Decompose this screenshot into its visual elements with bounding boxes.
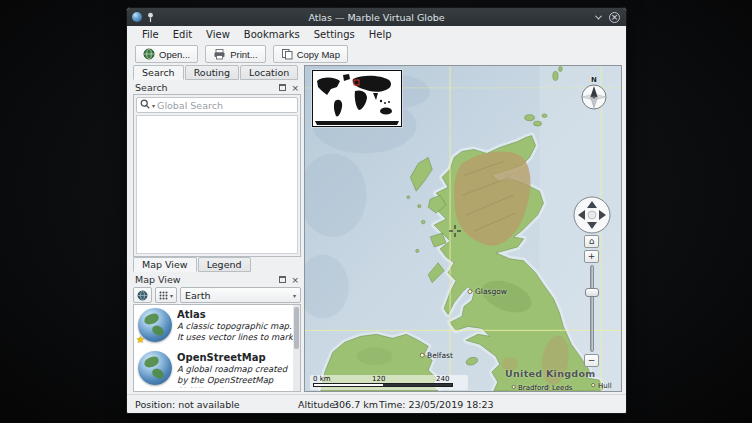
app-icon[interactable] [132,12,142,22]
theme-name: OpenStreetMap [177,351,296,364]
zoom-slider-track[interactable] [590,265,594,352]
home-button[interactable]: ⌂ [584,235,599,248]
theme-name: Atlas [177,308,296,321]
pin-icon[interactable] [146,12,155,23]
celestial-body-select[interactable]: Earth ▾ [180,287,301,303]
pan-control[interactable] [573,196,611,234]
crosshair-icon [449,225,461,237]
close-dock-icon[interactable]: × [291,84,299,92]
dropdown-arrow-icon: ▾ [170,292,173,299]
printer-icon [213,48,226,60]
side-panel: Search Routing Location Search × ▾ Map V… [133,65,301,392]
tab-search[interactable]: Search [133,65,184,80]
projection-button[interactable] [133,287,152,303]
search-input[interactable] [157,100,294,111]
search-options-arrow-icon[interactable]: ▾ [152,102,155,109]
panel-tabs: Search Routing Location [133,65,299,80]
grid-icon [159,291,168,300]
map-viewport: N ⌂ + − 0 km 120 240 [304,65,622,392]
zoom-in-button[interactable]: + [584,250,599,263]
map-view-dock-title: Map View [135,274,181,285]
menu-settings[interactable]: Settings [307,28,362,41]
status-position: Position: not available [135,399,240,410]
menu-edit[interactable]: Edit [166,28,199,41]
tab-routing[interactable]: Routing [185,65,239,80]
close-dock-icon[interactable]: × [291,276,299,284]
country-label-united-kingdom: United Kingdom [505,368,595,379]
close-button[interactable]: × [609,12,620,23]
search-results-list[interactable] [136,115,298,254]
scale-bar-segments [313,383,453,387]
status-time: Time: 23/05/2019 18:23 [379,399,494,410]
city-label-belfast: Belfast [427,351,453,360]
copy-icon [281,48,293,60]
theme-view-mode-button[interactable]: ▾ [155,287,177,303]
map-view-dock-header: Map View × [133,273,301,286]
bottom-panel-tabs: Map View Legend [133,257,252,272]
theme-description: A classic topographic map. It uses vecto… [177,321,296,343]
status-altitude-value: 306.7 km [333,399,378,410]
city-label-bradford: Bradford [518,384,548,392]
map-view-controls: ▾ Earth ▾ [133,286,301,304]
overview-world-map[interactable] [312,70,402,127]
chevron-down-icon [595,12,602,19]
menu-file[interactable]: File [135,28,166,41]
celestial-body-value: Earth [185,290,210,301]
dropdown-arrow-icon: ▾ [293,292,296,299]
status-bar: Position: not available Altitude: 306.7 … [127,394,626,413]
search-panel: ▾ [133,94,301,257]
menu-view[interactable]: View [199,28,237,41]
menubar: File Edit View Bookmarks Settings Help [127,26,626,43]
tab-legend[interactable]: Legend [198,257,251,272]
globe-file-icon [143,48,155,60]
titlebar[interactable]: Atlas — Marble Virtual Globe × [127,8,626,26]
map-scale-bar: 0 km 120 240 [310,375,468,390]
copy-map-button[interactable]: Copy Map [273,45,348,63]
main-toolbar: Open... Print... Copy Map [127,43,626,65]
scale-mid-label: 120 [372,375,385,383]
shade-button[interactable] [593,12,604,23]
openstreetmap-thumbnail [138,351,172,385]
map-theme-list: ★ Atlas A classic topographic map. It us… [133,304,301,392]
menu-bookmarks[interactable]: Bookmarks [237,28,307,41]
city-label-glasgow: Glasgow [475,287,507,296]
scrollbar-thumb[interactable] [294,307,299,349]
float-dock-icon[interactable] [279,84,286,91]
print-label: Print... [230,49,257,60]
search-dock-title: Search [135,82,168,93]
city-label-leeds: Leeds [552,384,572,392]
theme-item-atlas[interactable]: ★ Atlas A classic topographic map. It us… [134,305,300,348]
open-label: Open... [159,49,190,60]
city-label-hull: Hull [598,382,612,390]
search-dock-header: Search × [133,81,301,94]
menu-help[interactable]: Help [362,28,399,41]
tab-map-view[interactable]: Map View [133,257,197,272]
atlas-thumbnail: ★ [138,308,172,342]
marble-window: Atlas — Marble Virtual Globe × File Edit… [126,7,627,414]
compass-icon [581,84,607,110]
tab-location[interactable]: Location [240,65,298,80]
theme-description: A global roadmap created by the OpenStre… [177,364,296,388]
print-button[interactable]: Print... [205,45,265,63]
theme-list-scrollbar[interactable] [293,305,300,391]
search-input-wrap: ▾ [136,97,298,113]
float-dock-icon[interactable] [279,276,286,283]
window-title: Atlas — Marble Virtual Globe [127,12,626,23]
zoom-slider-handle[interactable] [585,288,599,297]
compass-rose[interactable]: N [577,76,611,112]
scale-zero-label: 0 km [313,375,331,383]
open-button[interactable]: Open... [135,45,198,63]
zoom-out-button[interactable]: − [584,354,599,367]
copy-map-label: Copy Map [297,49,340,60]
favorite-star-icon[interactable]: ★ [136,334,145,345]
search-icon[interactable] [140,99,150,111]
scale-max-label: 240 [436,375,449,383]
theme-item-openstreetmap[interactable]: OpenStreetMap A global roadmap created b… [134,348,300,391]
compass-north-label: N [577,76,611,84]
